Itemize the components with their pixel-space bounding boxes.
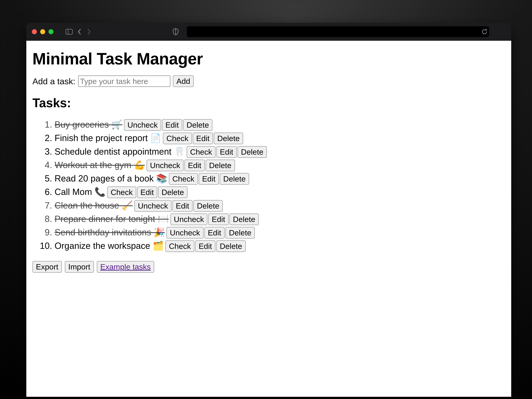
export-button[interactable]: Export: [32, 261, 62, 273]
add-task-row: Add a task: Add: [32, 75, 505, 87]
task-row: Organize the workspace 🗂️CheckEditDelete: [55, 239, 505, 253]
edit-button[interactable]: Edit: [195, 240, 215, 252]
edit-button[interactable]: Edit: [208, 214, 228, 225]
address-bar[interactable]: [187, 26, 489, 37]
task-row: Send birthday invitations 🎉UncheckEditDe…: [55, 226, 505, 239]
new-task-input[interactable]: [78, 76, 171, 87]
task-row: Workout at the gym 💪UncheckEditDelete: [55, 158, 505, 172]
page-title: Minimal Task Manager: [32, 49, 505, 68]
task-row-buttons: CheckEditDelete: [162, 133, 243, 143]
titlebar: [26, 23, 511, 41]
add-task-label: Add a task:: [32, 76, 75, 86]
check-button[interactable]: Check: [187, 146, 215, 158]
delete-button[interactable]: Delete: [214, 133, 243, 144]
task-row-buttons: UncheckEditDelete: [133, 201, 223, 210]
task-row: Call Mom 📞CheckEditDelete: [55, 185, 505, 199]
task-text: Prepare dinner for tonight 🍽️: [55, 214, 169, 224]
forward-button[interactable]: [87, 29, 91, 35]
edit-button[interactable]: Edit: [204, 227, 225, 239]
task-row: Schedule dentist appointment 🦷CheckEditD…: [55, 145, 505, 158]
example-tasks-button[interactable]: Example tasks: [97, 261, 154, 273]
delete-button[interactable]: Delete: [225, 227, 255, 239]
check-button[interactable]: Check: [163, 133, 192, 144]
back-button[interactable]: [77, 29, 82, 35]
uncheck-button[interactable]: Uncheck: [166, 227, 203, 239]
minimize-window-button[interactable]: [40, 29, 45, 34]
delete-button[interactable]: Delete: [229, 214, 259, 225]
tasks-list: Buy groceries 🛒UncheckEditDeleteFinish t…: [32, 118, 505, 253]
uncheck-button[interactable]: Uncheck: [171, 214, 208, 225]
task-row-buttons: CheckEditDelete: [106, 187, 187, 197]
window-controls: [32, 29, 53, 34]
edit-button[interactable]: Edit: [199, 173, 219, 185]
privacy-shield-icon[interactable]: [173, 28, 179, 35]
delete-button[interactable]: Delete: [220, 173, 249, 185]
edit-button[interactable]: Edit: [216, 146, 237, 158]
tasks-heading: Tasks:: [32, 96, 505, 110]
task-text: Schedule dentist appointment 🦷: [55, 146, 185, 157]
add-task-button[interactable]: Add: [173, 75, 194, 87]
check-button[interactable]: Check: [169, 173, 198, 185]
import-button[interactable]: Import: [65, 261, 94, 273]
edit-button[interactable]: Edit: [184, 160, 205, 171]
edit-button[interactable]: Edit: [193, 133, 213, 144]
check-button[interactable]: Check: [107, 186, 136, 198]
browser-window: Minimal Task Manager Add a task: Add Tas…: [26, 23, 511, 397]
delete-button[interactable]: Delete: [158, 186, 187, 198]
task-row: Prepare dinner for tonight 🍽️UncheckEdit…: [55, 212, 505, 226]
footer-actions: Export Import Example tasks: [32, 261, 505, 273]
check-button[interactable]: Check: [165, 240, 194, 252]
task-text: Read 20 pages of a book 📚: [55, 173, 167, 184]
task-row-buttons: UncheckEditDelete: [146, 160, 235, 170]
task-text: Buy groceries 🛒: [55, 120, 122, 130]
uncheck-button[interactable]: Uncheck: [134, 200, 171, 212]
edit-button[interactable]: Edit: [162, 119, 182, 131]
delete-button[interactable]: Delete: [237, 146, 267, 158]
delete-button[interactable]: Delete: [183, 119, 212, 131]
close-window-button[interactable]: [32, 29, 37, 34]
task-text: Organize the workspace 🗂️: [55, 241, 164, 251]
delete-button[interactable]: Delete: [216, 240, 246, 252]
task-row: Finish the project report 📄CheckEditDele…: [55, 131, 505, 145]
edit-button[interactable]: Edit: [137, 186, 157, 198]
svg-rect-0: [66, 29, 72, 34]
task-row-buttons: CheckEditDelete: [165, 241, 246, 251]
task-row-buttons: CheckEditDelete: [168, 173, 249, 184]
edit-button[interactable]: Edit: [172, 200, 193, 212]
task-text: Call Mom 📞: [55, 187, 106, 197]
delete-button[interactable]: Delete: [206, 160, 235, 171]
task-text: Send birthday invitations 🎉: [55, 227, 165, 237]
task-row-buttons: CheckEditDelete: [186, 146, 267, 157]
reload-button[interactable]: [481, 23, 488, 41]
uncheck-button[interactable]: Uncheck: [124, 119, 161, 131]
sidebar-toggle-icon[interactable]: [66, 29, 73, 34]
task-row: Clean the house 🧹UncheckEditDelete: [55, 199, 505, 212]
uncheck-button[interactable]: Uncheck: [146, 160, 184, 171]
task-text: Workout at the gym 💪: [55, 160, 145, 170]
task-row: Buy groceries 🛒UncheckEditDelete: [55, 118, 505, 131]
task-text: Finish the project report 📄: [55, 133, 161, 143]
task-row: Read 20 pages of a book 📚CheckEditDelete: [55, 172, 505, 185]
fullscreen-window-button[interactable]: [49, 29, 53, 34]
page-content: Minimal Task Manager Add a task: Add Tas…: [26, 41, 511, 397]
task-row-buttons: UncheckEditDelete: [165, 227, 255, 237]
delete-button[interactable]: Delete: [193, 200, 223, 212]
task-text: Clean the house 🧹: [55, 201, 133, 210]
task-row-buttons: UncheckEditDelete: [123, 120, 212, 130]
task-row-buttons: UncheckEditDelete: [170, 214, 259, 224]
